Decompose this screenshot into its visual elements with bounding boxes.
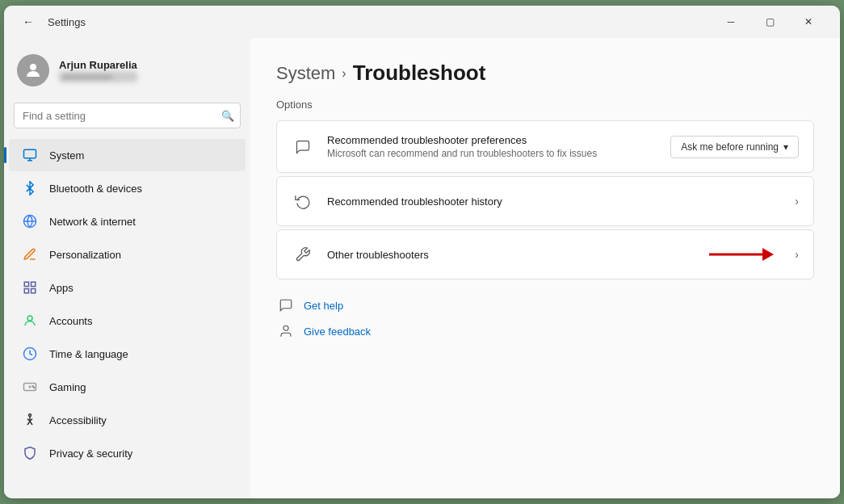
svg-rect-5 bbox=[24, 282, 28, 286]
nav-list: System Bluetooth & devices Network & int… bbox=[4, 138, 250, 470]
sidebar-item-system[interactable]: System bbox=[9, 139, 246, 171]
card-title: Recommended troubleshooter preferences bbox=[327, 134, 657, 146]
recommended-preferences-icon bbox=[292, 136, 314, 158]
sidebar: Arjun Ruparelia •••••••••••••••• 🔍 Syste… bbox=[4, 38, 250, 498]
personalization-icon bbox=[22, 246, 38, 262]
settings-window: ← Settings ─ ▢ ✕ Arjun Ruparelia •••••••… bbox=[4, 6, 840, 498]
bluetooth-icon bbox=[22, 180, 38, 196]
sidebar-item-label: Apps bbox=[49, 282, 73, 294]
card-text-recommended-preferences: Recommended troubleshooter preferences M… bbox=[327, 134, 657, 159]
window-controls: ─ ▢ ✕ bbox=[712, 9, 827, 35]
back-button[interactable]: ← bbox=[17, 10, 40, 33]
card-recommended-preferences: Recommended troubleshooter preferences M… bbox=[276, 120, 814, 173]
give-feedback-link[interactable]: Give feedback bbox=[304, 326, 371, 338]
svg-rect-7 bbox=[31, 289, 36, 293]
cards-container: Recommended troubleshooter preferences M… bbox=[276, 120, 814, 279]
sidebar-item-label: Accessibility bbox=[49, 414, 107, 426]
card-row-other-troubleshooters[interactable]: Other troubleshooters › bbox=[277, 230, 813, 279]
search-input[interactable] bbox=[14, 103, 241, 128]
sidebar-item-bluetooth[interactable]: Bluetooth & devices bbox=[9, 172, 246, 204]
card-text-other-troubleshooters: Other troubleshooters bbox=[327, 249, 688, 261]
recommended-history-icon bbox=[292, 190, 314, 212]
sidebar-item-label: Personalization bbox=[49, 249, 121, 261]
time-icon bbox=[22, 346, 38, 362]
breadcrumb-parent: System bbox=[276, 63, 335, 84]
content-area: System › Troubleshoot Options Recommende… bbox=[250, 38, 840, 498]
red-arrow-icon bbox=[709, 249, 774, 260]
user-info: Arjun Ruparelia •••••••••••••••• bbox=[59, 59, 137, 82]
breadcrumb-current: Troubleshoot bbox=[353, 61, 486, 86]
arrow-indicator bbox=[709, 249, 774, 260]
give-feedback-icon bbox=[276, 321, 296, 341]
card-title: Other troubleshooters bbox=[327, 249, 688, 261]
other-troubleshooters-icon bbox=[292, 243, 314, 266]
sidebar-item-label: Gaming bbox=[49, 381, 86, 393]
apps-icon bbox=[22, 279, 38, 296]
svg-point-15 bbox=[34, 387, 36, 388]
sidebar-item-network[interactable]: Network & internet bbox=[9, 205, 246, 237]
svg-point-16 bbox=[29, 414, 31, 417]
sidebar-item-label: Network & internet bbox=[49, 216, 136, 228]
card-row-recommended-history[interactable]: Recommended troubleshooter history › bbox=[277, 177, 813, 225]
system-icon bbox=[22, 147, 38, 163]
svg-point-9 bbox=[27, 316, 32, 321]
sidebar-item-apps[interactable]: Apps bbox=[9, 271, 246, 304]
card-recommended-history: Recommended troubleshooter history › bbox=[276, 176, 814, 226]
privacy-icon bbox=[22, 445, 38, 461]
sidebar-item-label: Accounts bbox=[49, 315, 92, 327]
sidebar-item-label: System bbox=[49, 149, 84, 162]
card-subtitle: Microsoft can recommend and run troubles… bbox=[327, 148, 657, 159]
svg-rect-1 bbox=[24, 149, 36, 158]
section-label: Options bbox=[276, 99, 814, 111]
breadcrumb: System › Troubleshoot bbox=[276, 61, 814, 86]
sidebar-item-personalization[interactable]: Personalization bbox=[9, 238, 246, 271]
avatar bbox=[17, 54, 49, 86]
network-icon bbox=[22, 213, 38, 229]
sidebar-item-privacy[interactable]: Privacy & security bbox=[9, 437, 246, 469]
sidebar-item-accounts[interactable]: Accounts bbox=[9, 304, 246, 337]
get-help-link[interactable]: Get help bbox=[304, 300, 343, 312]
accounts-icon bbox=[22, 313, 38, 329]
gaming-icon bbox=[22, 379, 38, 395]
sidebar-item-label: Bluetooth & devices bbox=[49, 183, 142, 195]
close-button[interactable]: ✕ bbox=[790, 9, 827, 35]
user-name: Arjun Ruparelia bbox=[59, 59, 137, 71]
card-title: Recommended troubleshooter history bbox=[327, 195, 782, 208]
link-item-get-help[interactable]: Get help bbox=[276, 296, 814, 315]
chevron-right-icon: › bbox=[795, 248, 799, 261]
maximize-button[interactable]: ▢ bbox=[751, 9, 788, 35]
titlebar: ← Settings ─ ▢ ✕ bbox=[4, 6, 840, 38]
user-email: •••••••••••••••• bbox=[59, 71, 137, 82]
dropdown-container: Ask me before running ▾ bbox=[670, 136, 799, 158]
sidebar-item-label: Privacy & security bbox=[49, 447, 132, 460]
card-other-troubleshooters: Other troubleshooters › bbox=[276, 229, 814, 279]
svg-point-0 bbox=[30, 64, 36, 70]
get-help-icon bbox=[276, 296, 296, 315]
card-text-recommended-history: Recommended troubleshooter history bbox=[327, 195, 782, 208]
svg-rect-6 bbox=[31, 282, 36, 286]
dropdown-button[interactable]: Ask me before running ▾ bbox=[670, 136, 799, 158]
chevron-down-icon: ▾ bbox=[783, 141, 788, 153]
main-content: Arjun Ruparelia •••••••••••••••• 🔍 Syste… bbox=[4, 38, 840, 498]
links-section: Get help Give feedback bbox=[276, 296, 814, 341]
dropdown-label: Ask me before running bbox=[681, 141, 779, 153]
search-icon: 🔍 bbox=[221, 110, 234, 122]
accessibility-icon bbox=[22, 412, 38, 428]
card-row-recommended-preferences[interactable]: Recommended troubleshooter preferences M… bbox=[277, 121, 813, 172]
search-box: 🔍 bbox=[14, 103, 241, 128]
sidebar-item-label: Time & language bbox=[49, 348, 128, 360]
chevron-right-icon: › bbox=[795, 195, 799, 208]
svg-rect-8 bbox=[24, 289, 28, 293]
link-item-give-feedback[interactable]: Give feedback bbox=[276, 321, 814, 341]
user-section: Arjun Ruparelia •••••••••••••••• bbox=[4, 44, 250, 99]
sidebar-item-accessibility[interactable]: Accessibility bbox=[9, 404, 246, 436]
breadcrumb-chevron-icon: › bbox=[342, 66, 346, 81]
window-title: Settings bbox=[48, 16, 86, 28]
minimize-button[interactable]: ─ bbox=[712, 9, 750, 35]
svg-point-17 bbox=[283, 326, 288, 330]
sidebar-item-time[interactable]: Time & language bbox=[9, 338, 246, 370]
sidebar-item-gaming[interactable]: Gaming bbox=[9, 371, 246, 403]
